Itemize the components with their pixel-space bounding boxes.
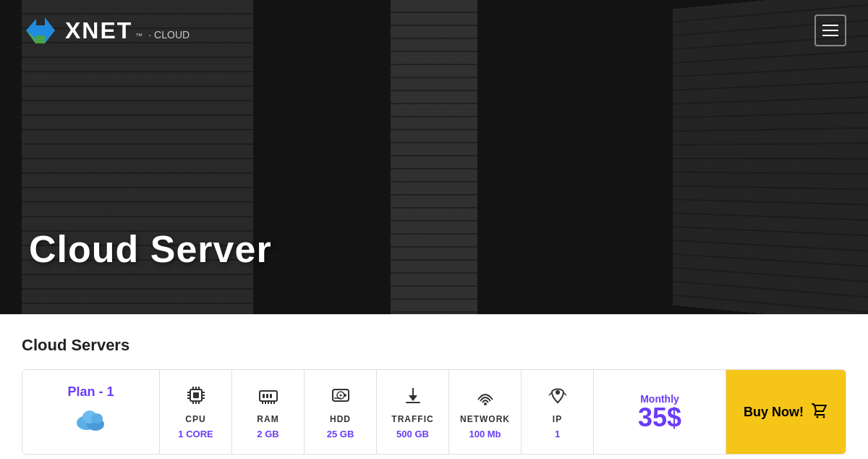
spec-ram: RAM 2 GB: [232, 370, 305, 454]
buy-col[interactable]: Buy Now!: [726, 370, 846, 454]
hamburger-button[interactable]: [814, 14, 846, 46]
network-label: NETWORK: [460, 414, 510, 424]
logo-icon: [22, 12, 59, 49]
spec-cpu: CPU 1 CORE: [160, 370, 232, 454]
plan-card: Plan - 1: [22, 369, 846, 455]
ip-icon: [548, 385, 568, 410]
buy-now-label: Buy Now!: [744, 405, 804, 420]
logo-tm: ™: [135, 33, 142, 40]
price-col: Monthly 35$: [594, 370, 726, 454]
cpu-label: CPU: [185, 414, 205, 424]
ram-value: 2 GB: [257, 429, 278, 439]
svg-point-39: [823, 416, 825, 418]
svg-point-34: [339, 394, 341, 396]
cloud-servers-section: Cloud Servers Plan - 1: [0, 314, 868, 459]
svg-rect-8: [193, 392, 199, 398]
hdd-label: HDD: [330, 414, 351, 424]
ram-label: RAM: [257, 414, 278, 424]
ip-value: 1: [555, 429, 560, 439]
buy-now-button[interactable]: Buy Now!: [726, 387, 846, 437]
hero-title-wrap: Cloud Server: [29, 227, 272, 271]
section-title: Cloud Servers: [22, 336, 846, 355]
spec-traffic: TRAFFIC 500 GB: [377, 370, 449, 454]
traffic-icon: [403, 385, 423, 410]
svg-rect-24: [270, 394, 272, 398]
ram-icon: [258, 385, 278, 410]
spec-ip: IP 1: [522, 370, 594, 454]
logo-cloud-dot: · CLOUD: [148, 30, 190, 40]
plan-name-col: Plan - 1: [22, 370, 160, 454]
logo-xnet: XNET: [65, 19, 132, 42]
spec-hdd: HDD 25 GB: [305, 370, 377, 454]
svg-point-38: [817, 416, 819, 418]
cpu-value: 1 CORE: [178, 429, 213, 439]
navbar: XNET ™ · CLOUD: [0, 0, 868, 61]
hero-title: Cloud Server: [29, 227, 272, 271]
logo-area: XNET ™ · CLOUD: [22, 12, 190, 49]
svg-rect-22: [263, 394, 265, 398]
svg-point-37: [556, 390, 560, 395]
network-value: 100 Mb: [469, 429, 501, 439]
traffic-value: 500 GB: [396, 429, 429, 439]
buy-cart-icon: [811, 402, 828, 423]
hdd-icon: [331, 385, 351, 410]
logo-text: XNET ™ · CLOUD: [65, 19, 190, 42]
hamburger-icon: [822, 25, 838, 36]
svg-rect-23: [266, 394, 268, 398]
plan-icon: [74, 407, 109, 439]
hdd-value: 25 GB: [327, 429, 354, 439]
network-icon: [475, 385, 495, 410]
plan-name: Plan - 1: [67, 384, 114, 400]
svg-point-36: [484, 403, 487, 405]
traffic-label: TRAFFIC: [391, 414, 433, 424]
price-amount: 35$: [638, 405, 681, 431]
hero-section: XNET ™ · CLOUD Cloud Server: [0, 0, 868, 314]
spec-network: NETWORK 100 Mb: [449, 370, 522, 454]
svg-point-6: [91, 413, 103, 424]
ip-label: IP: [553, 414, 562, 424]
cpu-icon: [186, 385, 206, 410]
svg-rect-35: [406, 402, 420, 403]
